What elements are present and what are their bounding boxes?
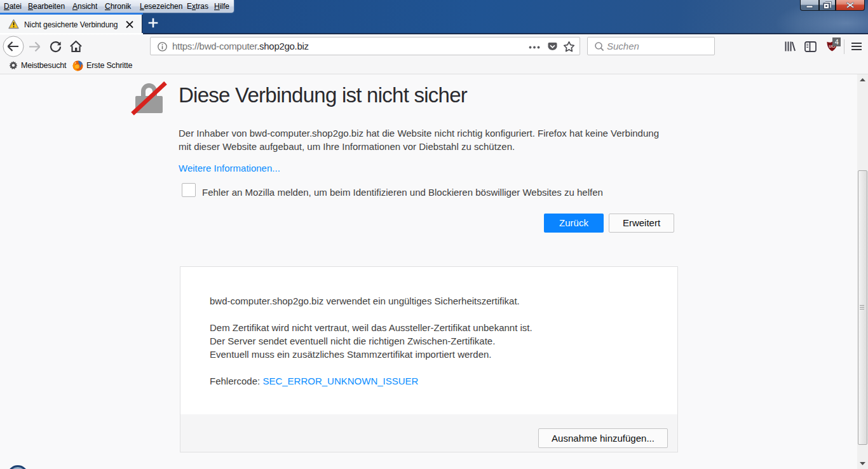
svg-text:4: 4 (835, 38, 839, 46)
